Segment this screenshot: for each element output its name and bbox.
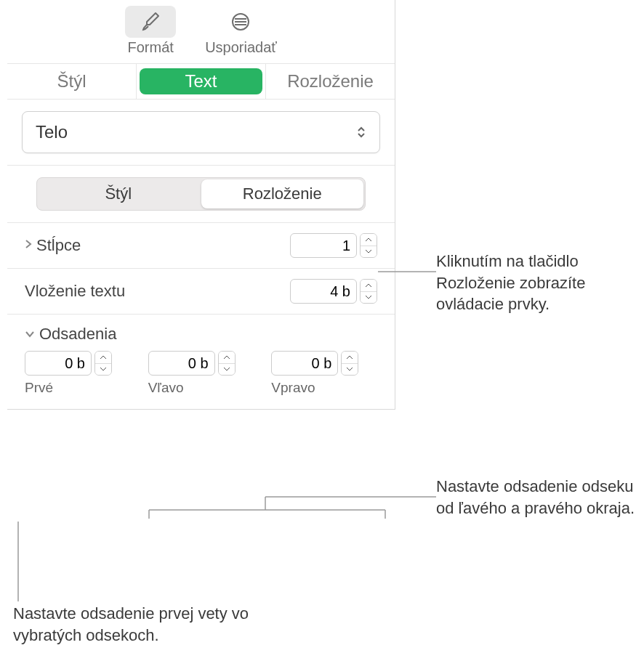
main-tab-style[interactable]: Štýl <box>7 64 136 99</box>
indents-label: Odsadenia <box>39 325 116 344</box>
columns-stepper <box>290 233 377 258</box>
text-inset-row: Vloženie textu <box>7 269 395 315</box>
tab-format[interactable]: Formát <box>125 6 176 56</box>
subtab-style[interactable]: Štýl <box>37 178 200 210</box>
columns-row: Stĺpce <box>7 223 395 269</box>
indent-right-input[interactable] <box>271 351 338 376</box>
paragraph-style-value: Telo <box>36 122 68 142</box>
columns-input[interactable] <box>290 233 357 258</box>
chevron-down-icon[interactable] <box>25 328 35 341</box>
text-inset-input[interactable] <box>290 279 357 304</box>
tab-format-label: Formát <box>125 39 176 56</box>
main-tab-layout-label: Rozloženie <box>287 71 374 91</box>
subtab-layout[interactable]: Rozloženie <box>201 179 364 208</box>
paragraph-style-select[interactable]: Telo <box>22 111 380 153</box>
callout-bracket-lr <box>149 497 440 540</box>
indent-left-label: Vľavo <box>148 380 254 396</box>
stepper-down-icon[interactable] <box>361 292 377 304</box>
tab-arrange-label: Usporiadať <box>205 39 277 56</box>
format-inspector-panel: Formát Usporiadať Štýl Text Rozloženie T… <box>7 0 395 410</box>
paragraph-style-section: Telo <box>7 100 395 166</box>
text-inset-stepper-buttons[interactable] <box>360 279 377 304</box>
stepper-down-icon[interactable] <box>95 364 111 376</box>
main-tab-text-label: Text <box>185 71 217 91</box>
chevron-right-icon[interactable] <box>25 239 32 252</box>
chevron-updown-icon <box>356 126 366 139</box>
main-tab-style-label: Štýl <box>57 71 86 91</box>
stepper-up-icon[interactable] <box>95 352 111 364</box>
indent-first: Prvé <box>25 351 131 396</box>
tab-arrange[interactable]: Usporiadať <box>205 6 277 56</box>
indent-right: Vpravo <box>271 351 377 396</box>
top-toolbar: Formát Usporiadať <box>7 0 395 64</box>
callout-layout-button: Kliknutím na tlačidlo Rozloženie zobrazí… <box>436 251 640 315</box>
brush-icon <box>125 6 176 38</box>
indent-left-stepper[interactable] <box>218 351 236 376</box>
segmented-control: Štýl Rozloženie <box>36 177 366 211</box>
callout-lr-indent: Nastavte odsadenie odseku od ľavého a pr… <box>436 476 636 519</box>
stepper-up-icon[interactable] <box>219 352 235 364</box>
stepper-down-icon[interactable] <box>219 364 235 376</box>
stepper-up-icon[interactable] <box>361 234 377 246</box>
text-inset-label: Vloženie textu <box>25 282 125 301</box>
callout-line-first <box>17 522 19 601</box>
callout-line <box>378 271 436 272</box>
indent-left-input[interactable] <box>148 351 215 376</box>
stepper-up-icon[interactable] <box>361 280 377 292</box>
callout-first-indent: Nastavte odsadenie prvej vety vo vybratý… <box>13 603 260 646</box>
main-tab-layout[interactable]: Rozloženie <box>265 64 395 99</box>
text-subtabs: Štýl Rozloženie <box>7 166 395 223</box>
indent-left: Vľavo <box>148 351 254 396</box>
indents-section: Odsadenia Prvé <box>7 315 395 402</box>
stepper-down-icon[interactable] <box>342 364 358 376</box>
indent-first-label: Prvé <box>25 380 131 396</box>
stepper-up-icon[interactable] <box>342 352 358 364</box>
text-inset-stepper <box>290 279 377 304</box>
main-tabs: Štýl Text Rozloženie <box>7 64 395 100</box>
arrange-icon <box>215 6 266 38</box>
indent-first-stepper[interactable] <box>94 351 112 376</box>
columns-label: Stĺpce <box>36 236 81 255</box>
indent-right-stepper[interactable] <box>341 351 358 376</box>
columns-stepper-buttons[interactable] <box>360 233 377 258</box>
main-tab-text[interactable]: Text <box>136 64 265 99</box>
indent-first-input[interactable] <box>25 351 92 376</box>
indent-right-label: Vpravo <box>271 380 377 396</box>
stepper-down-icon[interactable] <box>361 246 377 258</box>
